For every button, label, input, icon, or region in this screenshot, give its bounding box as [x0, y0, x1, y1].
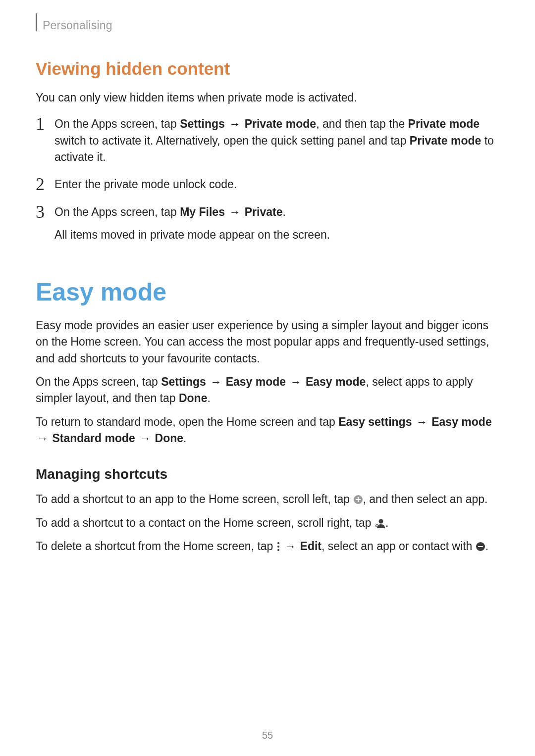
bold-text: Done — [179, 392, 208, 404]
svg-rect-6 — [376, 525, 378, 526]
svg-point-8 — [277, 546, 279, 548]
section-intro-paragraph: You can only view hidden items when priv… — [36, 90, 499, 106]
bold-text: Easy settings — [338, 415, 412, 428]
svg-point-9 — [277, 549, 279, 551]
bold-text: Done — [155, 432, 184, 445]
shortcut-add-contact-paragraph: To add a shortcut to a contact on the Ho… — [36, 515, 499, 531]
bold-text: Private mode — [408, 117, 480, 130]
arrow-icon: → — [209, 374, 222, 390]
bold-text: Settings — [180, 117, 225, 130]
easy-mode-enable-steps: On the Apps screen, tap Settings → Easy … — [36, 374, 499, 407]
h1-easy-mode: Easy mode — [36, 278, 499, 306]
arrow-icon: → — [228, 204, 241, 220]
step-sub-text: All items moved in private mode appear o… — [54, 227, 499, 243]
shortcut-delete-paragraph: To delete a shortcut from the Home scree… — [36, 538, 499, 554]
bold-text: Settings — [161, 375, 206, 388]
svg-rect-11 — [478, 546, 483, 547]
step-item: 1On the Apps screen, tap Settings → Priv… — [36, 116, 499, 165]
step-number: 3 — [36, 203, 54, 221]
bold-text: Private mode — [245, 117, 316, 130]
bold-text: Edit — [300, 540, 321, 553]
more-menu-icon — [276, 541, 280, 552]
arrow-icon: → — [415, 414, 428, 430]
bold-text: Easy mode — [431, 415, 491, 428]
section-heading: Viewing hidden content — [36, 59, 499, 79]
step-text: On the Apps screen, tap My Files → Priva… — [54, 204, 499, 243]
header-marker — [36, 13, 37, 31]
step-item: 2Enter the private mode unlock code. — [36, 176, 499, 193]
step-text: Enter the private mode unlock code. — [54, 176, 499, 193]
step-number: 2 — [36, 175, 54, 193]
breadcrumb: Personalising — [43, 18, 112, 32]
shortcut-add-app-paragraph: To add a shortcut to an app to the Home … — [36, 491, 499, 507]
header-row: Personalising — [36, 18, 499, 32]
bold-text: Easy mode — [226, 375, 286, 388]
arrow-icon: → — [138, 430, 152, 447]
step-list: 1On the Apps screen, tap Settings → Priv… — [36, 116, 499, 243]
bold-text: My Files — [180, 205, 225, 218]
minus-circle-icon — [476, 542, 485, 552]
bold-text: Easy mode — [306, 375, 366, 388]
bold-text: Standard mode — [52, 432, 135, 445]
page-number: 55 — [0, 730, 535, 741]
svg-point-3 — [378, 519, 383, 523]
h3-managing-shortcuts: Managing shortcuts — [36, 466, 499, 482]
bold-text: Private — [245, 205, 283, 218]
add-contact-icon — [374, 518, 385, 529]
step-item: 3On the Apps screen, tap My Files → Priv… — [36, 204, 499, 243]
arrow-icon: → — [36, 430, 49, 447]
bold-text: Private mode — [410, 134, 481, 147]
step-number: 1 — [36, 115, 54, 133]
svg-point-7 — [277, 542, 279, 544]
easy-mode-return-steps: To return to standard mode, open the Hom… — [36, 414, 499, 447]
svg-rect-2 — [356, 499, 361, 500]
easy-mode-intro: Easy mode provides an easier user experi… — [36, 317, 499, 367]
arrow-icon: → — [228, 116, 241, 132]
plus-circle-icon — [353, 495, 363, 504]
page-content: Personalising Viewing hidden content You… — [0, 0, 535, 756]
arrow-icon: → — [289, 374, 303, 390]
step-text: On the Apps screen, tap Settings → Priva… — [54, 116, 499, 165]
arrow-icon: → — [283, 538, 297, 554]
